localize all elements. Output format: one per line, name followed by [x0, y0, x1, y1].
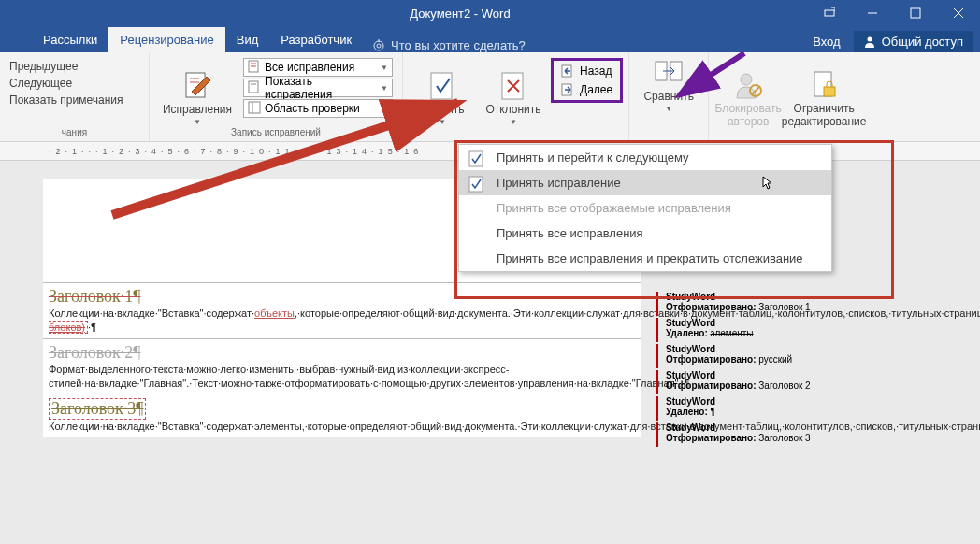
tab-review[interactable]: Рецензирование	[108, 27, 224, 52]
markup-balloon[interactable]: StudyWordОтформатировано: Заголовок 2	[656, 370, 965, 394]
svg-point-6	[377, 44, 381, 48]
next-change-button[interactable]: Далее	[555, 81, 618, 98]
tell-me-search[interactable]: Что вы хотите сделать?	[363, 38, 535, 52]
svg-rect-0	[825, 10, 834, 16]
menu-item-label: Принять все исправления и прекратить отс…	[497, 251, 803, 265]
maximize-button[interactable]	[894, 0, 937, 26]
svg-rect-2	[911, 8, 920, 18]
heading-3[interactable]: Заголовок·3¶	[49, 398, 146, 420]
next-change-label: Далее	[580, 83, 612, 96]
svg-point-5	[374, 41, 383, 50]
block-authors-label: Блокировать авторов	[714, 102, 782, 128]
window-title: Документ2 - Word	[112, 7, 808, 21]
tab-mailings[interactable]: Рассылки	[32, 27, 108, 52]
accept-dropdown-menu: Принять и перейти к следующему Принять и…	[458, 144, 832, 272]
window-controls	[851, 0, 980, 26]
menu-item-label: Принять исправление	[497, 176, 621, 190]
paragraph-1[interactable]: Коллекции·на·вкладке·"Вставка"·содержат·…	[49, 307, 636, 335]
next-comment-button[interactable]: Следующее	[6, 75, 143, 92]
chevron-down-icon: ▼	[665, 105, 672, 113]
accept-all-stop-tracking[interactable]: Принять все исправления и прекратить отс…	[459, 246, 831, 271]
display-for-review-value: Все исправления	[265, 61, 381, 74]
title-bar: Документ2 - Word	[0, 0, 980, 26]
tell-me-label: Что вы хотите сделать?	[391, 38, 526, 52]
svg-line-33	[679, 53, 744, 95]
ribbon-tabs: Рассылки Рецензирование Вид Разработчик …	[0, 26, 980, 52]
paragraph-2[interactable]: Формат·выделенного·текста·можно·легко·из…	[49, 363, 636, 391]
accept-all[interactable]: Принять все исправления	[459, 221, 831, 246]
markup-balloon[interactable]: StudyWordУдалено: ¶	[656, 396, 965, 421]
sign-in-link[interactable]: Вход	[813, 35, 840, 49]
purple-arrow-annotation	[670, 49, 754, 105]
markup-balloon[interactable]: StudyWordУдалено: элементы	[656, 318, 965, 342]
menu-item-label: Принять и перейти к следующему	[497, 150, 689, 165]
svg-point-8	[867, 36, 872, 41]
accept-all-shown: Принять все отображаемые исправления	[459, 195, 831, 221]
accept-icon	[468, 176, 485, 193]
paragraph-3[interactable]: Коллекции·на·вкладке·"Вставка"·содержат·…	[49, 420, 636, 434]
menu-item-label: Принять все отображаемые исправления	[497, 201, 731, 215]
accept-move-icon	[468, 150, 485, 167]
red-arrow-annotation	[94, 93, 468, 224]
prev-comment-button[interactable]: Предыдущее	[6, 58, 143, 75]
previous-change-label: Назад	[580, 64, 612, 78]
accept-and-move-next[interactable]: Принять и перейти к следующему	[459, 145, 831, 170]
heading-1[interactable]: Заголовок·1¶	[49, 287, 636, 307]
reject-label: Отклонить	[485, 103, 540, 116]
ribbon-display-icon[interactable]	[808, 0, 851, 26]
tab-developer[interactable]: Разработчик	[269, 27, 363, 52]
display-for-review-combo[interactable]: Все исправления ▼	[243, 58, 393, 77]
minimize-button[interactable]	[851, 0, 894, 26]
tab-view[interactable]: Вид	[225, 27, 270, 52]
accept-change[interactable]: Принять исправление	[459, 170, 831, 195]
markup-balloon[interactable]: StudyWordОтформатировано: русский	[656, 344, 965, 368]
svg-rect-30	[469, 151, 483, 166]
close-button[interactable]	[937, 0, 980, 26]
menu-item-label: Принять все исправления	[497, 226, 643, 240]
chevron-down-icon: ▼	[510, 118, 517, 126]
markup-balloon[interactable]: StudyWordОтформатировано: Заголовок 1	[656, 292, 965, 316]
cursor-icon	[762, 176, 775, 193]
restrict-editing-label: Ограничить редактирование	[782, 102, 867, 128]
heading-2[interactable]: Заголовок·2¶	[49, 343, 636, 363]
share-label: Общий доступ	[882, 35, 963, 49]
previous-change-button[interactable]: Назад	[555, 63, 618, 79]
svg-rect-15	[249, 81, 258, 93]
reject-button[interactable]: Отклонить ▼	[480, 54, 547, 139]
markup-balloon[interactable]: StudyWordОтформатировано: Заголовок 3	[656, 422, 965, 447]
svg-line-32	[112, 103, 458, 215]
svg-rect-29	[824, 87, 835, 96]
share-button[interactable]: Общий доступ	[854, 31, 973, 52]
restrict-editing-button[interactable]: Ограничить редактирование	[782, 54, 866, 139]
svg-rect-31	[469, 177, 483, 192]
